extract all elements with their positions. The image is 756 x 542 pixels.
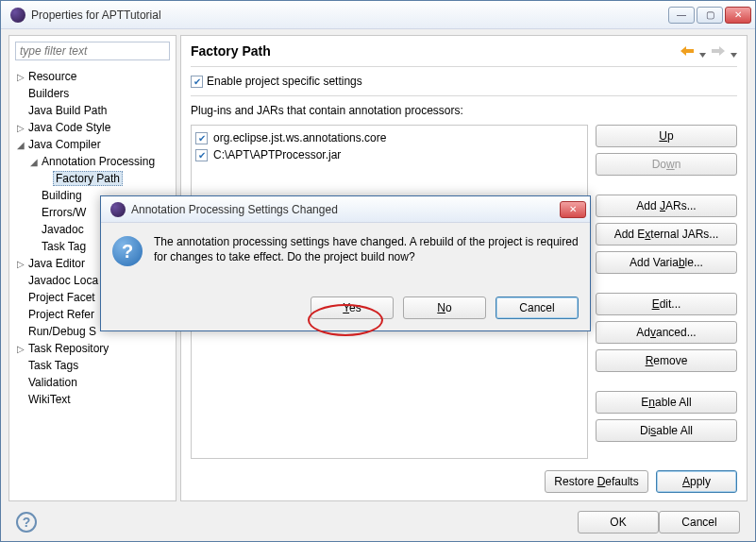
tree-item-label: Java Compiler bbox=[26, 138, 101, 151]
list-item[interactable]: ✔C:\APT\APTProcessor.jar bbox=[195, 146, 583, 163]
apply-button[interactable]: Apply bbox=[656, 470, 737, 493]
tree-item[interactable]: Task Tags bbox=[9, 357, 176, 374]
rebuild-dialog: Annotation Processing Settings Changed ✕… bbox=[100, 195, 591, 331]
checkbox-icon: ✔ bbox=[191, 76, 203, 88]
dialog-message: The annotation processing settings have … bbox=[154, 234, 579, 289]
tree-item-label: Java Code Style bbox=[26, 121, 110, 134]
tree-item-label: Javadoc Loca bbox=[26, 274, 98, 287]
nav-arrows bbox=[680, 44, 737, 58]
eclipse-icon bbox=[10, 8, 25, 23]
edit-button[interactable]: Edit... bbox=[596, 293, 737, 315]
twisty-icon: ▷ bbox=[15, 72, 26, 82]
enable-specific-label: Enable project specific settings bbox=[207, 75, 362, 88]
tree-item-label: Project Refer bbox=[26, 308, 94, 321]
tree-item-label: Annotation Processing bbox=[40, 155, 155, 168]
cancel-button[interactable]: Cancel bbox=[659, 511, 740, 534]
tree-item[interactable]: Factory Path bbox=[9, 170, 176, 187]
twisty-icon: ▷ bbox=[15, 344, 26, 354]
tree-item-label: WikiText bbox=[26, 393, 71, 406]
filter-input[interactable] bbox=[15, 42, 170, 60]
add-jars-button[interactable]: Add JARs... bbox=[596, 195, 737, 217]
question-icon: ? bbox=[112, 236, 143, 266]
tree-item-label: Project Facet bbox=[26, 291, 95, 304]
dialog-titlebar[interactable]: Annotation Processing Settings Changed ✕ bbox=[101, 196, 590, 223]
list-item[interactable]: ✔org.eclipse.jst.ws.annotations.core bbox=[195, 129, 583, 146]
window-title: Properties for APTTutorial bbox=[31, 8, 668, 22]
tree-item-label: Run/Debug S bbox=[26, 325, 96, 338]
tree-item-label: Task Tags bbox=[26, 359, 78, 372]
tree-item[interactable]: WikiText bbox=[9, 391, 176, 408]
dialog-close-button[interactable]: ✕ bbox=[560, 201, 586, 218]
list-item-label: C:\APT\APTProcessor.jar bbox=[213, 148, 341, 161]
titlebar[interactable]: Properties for APTTutorial — ▢ ✕ bbox=[1, 1, 755, 29]
forward-menu-icon[interactable] bbox=[731, 48, 737, 55]
twisty-icon: ◢ bbox=[15, 140, 26, 150]
tree-item[interactable]: Validation bbox=[9, 374, 176, 391]
tree-item-label: Java Editor bbox=[26, 257, 85, 270]
tree-item-label: Resource bbox=[26, 70, 76, 83]
dialog-cancel-button[interactable]: Cancel bbox=[496, 296, 579, 319]
page-title: Factory Path bbox=[191, 43, 680, 59]
tree-item-label: Task Tag bbox=[40, 240, 86, 253]
checkbox-icon[interactable]: ✔ bbox=[195, 132, 208, 144]
tree-item-label: Building bbox=[40, 189, 82, 202]
add-external-jars-button[interactable]: Add External JARs... bbox=[596, 223, 737, 246]
twisty-icon: ▷ bbox=[15, 259, 26, 269]
twisty-icon: ▷ bbox=[15, 123, 26, 133]
restore-defaults-button[interactable]: Restore Defaults bbox=[545, 470, 648, 493]
back-menu-icon[interactable] bbox=[699, 48, 706, 55]
minimize-button[interactable]: — bbox=[668, 7, 695, 24]
plugins-list-label: Plug-ins and JARs that contain annotatio… bbox=[191, 104, 737, 117]
dialog-title: Annotation Processing Settings Changed bbox=[131, 203, 560, 216]
tree-item-label: Validation bbox=[26, 376, 77, 389]
twisty-icon: ◢ bbox=[28, 157, 40, 167]
close-button[interactable]: ✕ bbox=[725, 7, 751, 24]
tree-item-label: Java Build Path bbox=[26, 104, 107, 117]
tree-item[interactable]: ▷Java Code Style bbox=[9, 119, 176, 136]
tree-item[interactable]: ▷Resource bbox=[9, 68, 176, 85]
enable-specific-checkbox[interactable]: ✔ Enable project specific settings bbox=[191, 75, 737, 88]
back-icon[interactable] bbox=[680, 44, 694, 58]
tree-item[interactable]: ◢Java Compiler bbox=[9, 136, 176, 153]
tree-item-label: Errors/W bbox=[40, 206, 86, 219]
tree-item[interactable]: ▷Task Repository bbox=[9, 340, 176, 357]
tree-item-label: Javadoc bbox=[40, 223, 84, 236]
enable-all-button[interactable]: Enable All bbox=[596, 391, 737, 414]
list-item-label: org.eclipse.jst.ws.annotations.core bbox=[213, 131, 386, 144]
tree-item[interactable]: Java Build Path bbox=[9, 102, 176, 119]
ok-button[interactable]: OK bbox=[578, 511, 659, 534]
eclipse-icon bbox=[110, 202, 126, 217]
down-button: Down bbox=[596, 153, 737, 176]
remove-button[interactable]: Remove bbox=[596, 349, 737, 372]
add-variable-button[interactable]: Add Variable... bbox=[596, 251, 737, 274]
maximize-button[interactable]: ▢ bbox=[697, 7, 723, 24]
help-icon[interactable]: ? bbox=[16, 512, 37, 533]
tree-item-label: Factory Path bbox=[53, 171, 123, 186]
advanced-button[interactable]: Advanced... bbox=[596, 321, 737, 344]
tree-item[interactable]: ◢Annotation Processing bbox=[9, 153, 176, 170]
up-button[interactable]: Up bbox=[596, 125, 737, 147]
tree-item-label: Task Repository bbox=[26, 342, 109, 355]
tree-item-label: Builders bbox=[26, 87, 69, 100]
checkbox-icon[interactable]: ✔ bbox=[195, 149, 208, 161]
forward-icon bbox=[712, 44, 725, 58]
yes-button[interactable]: Yes bbox=[311, 296, 394, 319]
tree-item[interactable]: Builders bbox=[9, 85, 176, 102]
disable-all-button[interactable]: Disable All bbox=[596, 419, 737, 442]
no-button[interactable]: No bbox=[403, 296, 486, 319]
